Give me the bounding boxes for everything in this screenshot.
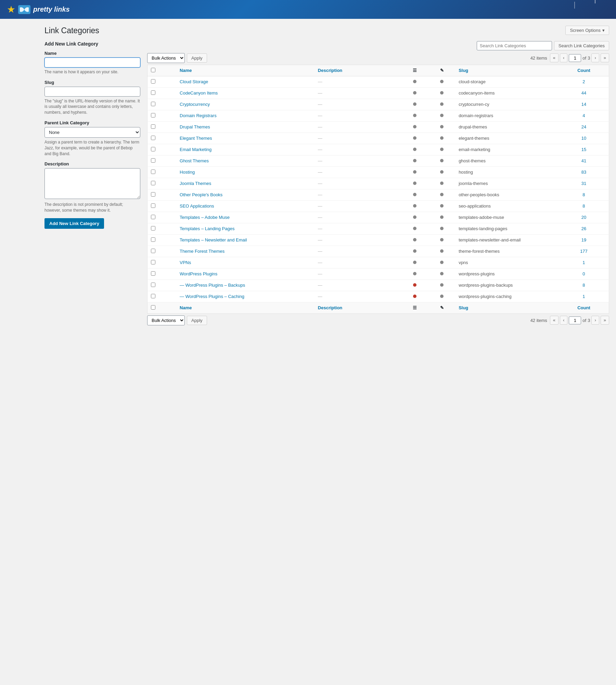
row-checkbox[interactable] (151, 124, 155, 129)
row-name-link[interactable]: Cryptocurrency (180, 102, 210, 107)
select-all-checkbox[interactable] (151, 68, 155, 72)
row-count-link[interactable]: 0 (582, 271, 585, 276)
screen-options-button[interactable]: Screen Options ▾ (565, 26, 609, 35)
row-count-link[interactable]: 31 (581, 181, 586, 186)
row-checkbox[interactable] (151, 147, 155, 151)
row-checkbox[interactable] (151, 215, 155, 219)
row-count-link[interactable]: 1 (582, 294, 585, 299)
top-prev-page-button[interactable]: ‹ (560, 53, 567, 62)
row-checkbox[interactable] (151, 181, 155, 185)
parent-select[interactable]: None (44, 127, 140, 138)
row-count-link[interactable]: 4 (582, 113, 585, 118)
header-count-link[interactable]: Count (577, 68, 590, 73)
row-name-link[interactable]: Hosting (180, 170, 195, 175)
row-name-link[interactable]: Other People's Books (180, 192, 222, 197)
row-checkbox[interactable] (151, 113, 155, 117)
bottom-apply-button[interactable]: Apply (187, 316, 207, 325)
row-count-link[interactable]: 44 (581, 90, 586, 96)
row-checkbox[interactable] (151, 226, 155, 231)
row-checkbox[interactable] (151, 283, 155, 287)
header-description-link[interactable]: Description (318, 68, 343, 73)
row-name-link[interactable]: Templates – Landing Pages (180, 226, 234, 231)
top-apply-button[interactable]: Apply (187, 53, 207, 63)
row-count-link[interactable]: 19 (581, 237, 586, 242)
row-name-link[interactable]: Elegant Themes (180, 136, 212, 141)
row-count-link[interactable]: 1 (582, 260, 585, 265)
row-name-link[interactable]: Joomla Themes (180, 181, 211, 186)
row-count-link[interactable]: 41 (581, 158, 586, 163)
top-page-input[interactable] (569, 54, 581, 62)
bottom-next-page-button[interactable]: › (591, 316, 599, 325)
top-next-page-button[interactable]: › (591, 53, 599, 62)
row-count-link[interactable]: 15 (581, 147, 586, 152)
row-checkbox[interactable] (151, 294, 155, 298)
row-count-link[interactable]: 8 (582, 203, 585, 209)
row-name-link[interactable]: Templates – Newsletter and Email (180, 237, 247, 242)
search-input[interactable] (477, 41, 552, 50)
row-name-link[interactable]: Drupal Themes (180, 124, 210, 129)
footer-description-link[interactable]: Description (318, 305, 343, 310)
row-slug: ghost-themes (459, 158, 486, 163)
footer-select-all-checkbox[interactable] (151, 305, 155, 310)
bottom-page-input[interactable] (569, 316, 581, 324)
row-count-link[interactable]: 8 (582, 192, 585, 197)
row-name-link[interactable]: VPNs (180, 260, 191, 265)
row-count-link[interactable]: 14 (581, 102, 586, 107)
header-slug-link[interactable]: Slug (459, 68, 468, 73)
row-count-link[interactable]: 26 (581, 226, 586, 231)
header-name-link[interactable]: Name (180, 68, 192, 73)
row-count-link[interactable]: 24 (581, 124, 586, 129)
row-count-link[interactable]: 10 (581, 136, 586, 141)
row-name-link[interactable]: — WordPress Plugins – Caching (180, 294, 244, 299)
row-count-link[interactable]: 20 (581, 215, 586, 220)
row-name-link[interactable]: Templates – Adobe Muse (180, 215, 230, 220)
row-checkbox[interactable] (151, 170, 155, 174)
row-name-link[interactable]: SEO Applications (180, 203, 214, 209)
row-checkbox[interactable] (151, 237, 155, 242)
row-name-link[interactable]: Cloud Storage (180, 79, 208, 84)
row-slug-cell: cryptocurren-cy (455, 99, 559, 110)
row-count-link[interactable]: 2 (582, 79, 585, 84)
row-checkbox[interactable] (151, 203, 155, 208)
row-name-link[interactable]: — WordPress Plugins – Backups (180, 283, 245, 288)
row-checkbox[interactable] (151, 260, 155, 264)
footer-slug-link[interactable]: Slug (459, 305, 468, 310)
top-last-page-button[interactable]: » (601, 53, 609, 62)
footer-count-link[interactable]: Count (577, 305, 590, 310)
row-count-link[interactable]: 177 (580, 249, 588, 254)
row-dot2-cell (428, 121, 455, 133)
row-checkbox[interactable] (151, 271, 155, 276)
row-name-link[interactable]: CodeCanyon Items (180, 90, 218, 96)
row-slug: elegant-themes (459, 136, 489, 141)
footer-name-link[interactable]: Name (180, 305, 192, 310)
search-button[interactable]: Search Link Categories (554, 41, 609, 50)
row-count-link[interactable]: 83 (581, 170, 586, 175)
top-bulk-actions-select[interactable]: Bulk Actions (147, 53, 185, 63)
row-count-cell: 4 (559, 110, 609, 121)
bottom-bulk-actions-select[interactable]: Bulk Actions (147, 315, 185, 325)
row-count-link[interactable]: 8 (582, 283, 585, 288)
row-checkbox[interactable] (151, 158, 155, 163)
row-checkbox[interactable] (151, 136, 155, 140)
row-checkbox[interactable] (151, 90, 155, 95)
row-name-cell: — WordPress Plugins – Backups (176, 279, 315, 291)
name-input[interactable] (44, 58, 140, 67)
row-name-cell: Other People's Books (176, 189, 315, 200)
bottom-last-page-button[interactable]: » (601, 316, 609, 325)
row-name-link[interactable]: WordPress Plugins (180, 271, 217, 276)
row-name-link[interactable]: Theme Forest Themes (180, 249, 224, 254)
row-name-link[interactable]: Email Marketing (180, 147, 211, 152)
row-checkbox[interactable] (151, 249, 155, 253)
slug-input[interactable] (44, 87, 140, 97)
top-first-page-button[interactable]: « (550, 53, 559, 62)
add-category-button[interactable]: Add New Link Category (44, 218, 104, 229)
row-checkbox[interactable] (151, 102, 155, 106)
row-checkbox[interactable] (151, 79, 155, 84)
bottom-first-page-button[interactable]: « (550, 316, 559, 325)
parent-label: Parent Link Category (44, 120, 140, 125)
row-name-link[interactable]: Ghost Themes (180, 158, 209, 163)
row-checkbox[interactable] (151, 192, 155, 197)
bottom-prev-page-button[interactable]: ‹ (560, 316, 567, 325)
row-name-link[interactable]: Domain Registrars (180, 113, 217, 118)
description-textarea[interactable] (44, 168, 140, 199)
